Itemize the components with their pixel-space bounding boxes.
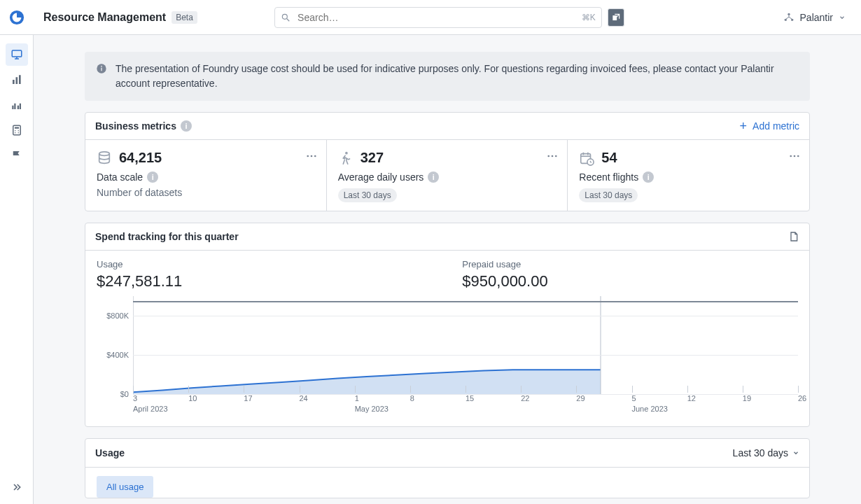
search-shortcut: ⌘K	[582, 13, 596, 22]
left-rail	[0, 35, 34, 504]
svg-point-32	[555, 155, 557, 158]
callout-text: The presentation of Foundry usage cost s…	[115, 62, 799, 91]
usage-panel: Usage Last 30 days All usage	[85, 438, 810, 498]
document-icon	[788, 230, 799, 243]
y-gridline	[133, 394, 798, 395]
pie-logo-icon	[9, 10, 24, 25]
prepaid-stat-value: $950,000.00	[462, 272, 547, 290]
svg-point-18	[15, 130, 16, 132]
svg-point-1	[282, 14, 287, 19]
svg-rect-14	[17, 106, 18, 109]
document-button[interactable]	[788, 230, 799, 243]
y-gridline	[133, 355, 798, 356]
metric-value: 54	[601, 150, 617, 166]
usage-range-select[interactable]: Last 30 days	[733, 447, 799, 458]
info-callout: The presentation of Foundry usage cost s…	[85, 52, 810, 101]
info-icon[interactable]: i	[181, 120, 192, 132]
calendar-clock-icon	[579, 150, 594, 166]
usage-panel-title: Usage	[95, 447, 125, 458]
svg-point-38	[790, 155, 792, 158]
metric-menu-button[interactable]	[788, 150, 801, 162]
walking-icon	[338, 150, 354, 166]
usage-range-label: Last 30 days	[733, 447, 788, 458]
svg-point-21	[18, 132, 19, 134]
x-tick-label: 24	[300, 394, 308, 415]
chevron-down-icon	[792, 449, 799, 456]
svg-point-24	[101, 66, 102, 67]
usage-stat-label: Usage	[97, 259, 182, 270]
x-tick-label: 12	[687, 394, 696, 415]
account-picker[interactable]: Palantir	[779, 9, 850, 26]
sidebar-item-calculator[interactable]	[6, 119, 28, 141]
business-metrics-panel: Business metrics i + Add metric 64,215Da…	[85, 112, 810, 211]
prepaid-stat-label: Prepaid usage	[462, 259, 547, 270]
x-tick-label: 26	[798, 394, 806, 415]
sidebar-item-allocations[interactable]	[6, 94, 28, 116]
x-tick-label: 17	[244, 394, 252, 415]
y-tick-label: $400K	[106, 351, 129, 359]
open-external-icon	[611, 13, 621, 22]
calculator-icon	[10, 124, 23, 136]
metric-name: Data scale	[97, 172, 143, 183]
ellipsis-icon	[305, 150, 318, 162]
prepaid-line	[133, 301, 798, 302]
x-tick-label: 10	[188, 394, 197, 415]
svg-rect-13	[14, 104, 15, 109]
y-tick-label: $0	[120, 390, 129, 398]
business-metrics-title: Business metrics	[95, 120, 176, 132]
info-icon[interactable]: i	[428, 172, 439, 183]
spend-title: Spend tracking for this quarter	[95, 231, 239, 242]
ellipsis-icon	[546, 150, 559, 162]
usage-stat-value: $247,581.11	[97, 272, 182, 290]
x-tick-label: 1May 2023	[355, 394, 388, 415]
usage-tab-all[interactable]: All usage	[97, 476, 153, 498]
x-tick-label: 19	[743, 394, 751, 415]
sidebar-item-flags[interactable]	[6, 144, 28, 167]
info-icon[interactable]: i	[147, 172, 158, 183]
spend-chart: $0$400K$800K 3April 20231017241May 20238…	[97, 296, 798, 415]
sidebar-item-analytics[interactable]	[6, 69, 28, 91]
svg-point-30	[548, 155, 550, 158]
svg-rect-9	[13, 80, 15, 84]
svg-point-3	[788, 13, 790, 15]
metric-value: 64,215	[119, 150, 162, 166]
y-tick-label: $800K	[106, 312, 129, 320]
x-tick-label: 8	[410, 394, 414, 415]
svg-point-28	[314, 155, 316, 158]
x-tick-label: 5June 2023	[632, 394, 668, 415]
y-gridline	[133, 316, 798, 316]
x-tick-label: 3April 2023	[133, 394, 168, 415]
open-external-button[interactable]	[608, 8, 624, 27]
svg-point-25	[99, 151, 110, 155]
add-metric-button[interactable]: + Add metric	[740, 120, 799, 132]
svg-rect-23	[101, 68, 102, 71]
account-name: Palantir	[800, 12, 833, 23]
search-container: ⌘K	[274, 7, 624, 28]
svg-rect-12	[12, 106, 13, 109]
main-scroll[interactable]: The presentation of Foundry usage cost s…	[34, 35, 861, 504]
x-tick-label: 15	[465, 394, 474, 415]
usage-area	[133, 370, 601, 394]
plus-icon: +	[740, 120, 748, 132]
chevron-down-icon	[839, 14, 846, 21]
chevrons-right-icon	[11, 482, 22, 493]
search-input[interactable]	[296, 11, 576, 24]
info-icon[interactable]: i	[643, 172, 654, 183]
ellipsis-icon	[788, 150, 801, 162]
metric-menu-button[interactable]	[305, 150, 318, 162]
svg-point-39	[794, 155, 796, 158]
svg-rect-10	[15, 77, 18, 84]
metric-name: Recent flights	[579, 172, 638, 183]
page-title: Resource Management	[43, 11, 166, 24]
svg-point-29	[345, 151, 348, 154]
app-logo	[0, 0, 34, 35]
info-icon	[96, 63, 107, 74]
search-box[interactable]: ⌘K	[274, 7, 602, 28]
x-tick-label: 22	[521, 394, 529, 415]
sidebar-item-overview[interactable]	[6, 43, 28, 66]
svg-point-19	[18, 130, 19, 132]
sidebar-expand-button[interactable]	[6, 476, 28, 498]
svg-point-20	[15, 132, 16, 134]
beta-badge: Beta	[172, 11, 197, 24]
metric-menu-button[interactable]	[546, 150, 559, 162]
